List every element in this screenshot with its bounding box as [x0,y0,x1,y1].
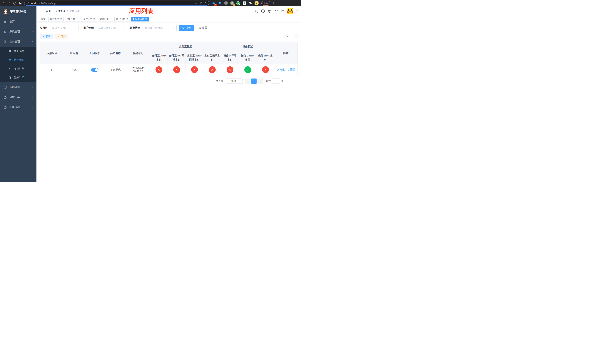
payment-submenu: 商户信息 应用信息 支付订单 退款订单 [0,47,36,82]
close-icon[interactable]: ✕ [126,18,128,20]
extension-command-icon[interactable]: ⌘ [224,1,228,5]
sidebar-item-label: 工作流程 [10,106,20,109]
cell-alipay-app-status: ✕ [150,64,168,75]
briefcase-icon [3,106,7,109]
sidebar-item-pay-order[interactable]: 支付订单 [0,64,36,73]
close-icon[interactable]: ✕ [110,18,111,20]
app-table: 应用编号 应用名 开启状态 商户名称 创建时间 支付宝配置 微信配置 操作 支付… [40,42,298,75]
merchant-name-input[interactable] [96,25,125,31]
status-icon: ✓ [244,66,251,73]
tab-user-group[interactable]: 用户分组✕ [65,17,80,21]
close-icon[interactable]: ✕ [77,18,78,20]
col-alipay-qr: 支付宝扫码支付 [203,51,221,64]
cell-enabled [85,64,105,75]
status-select[interactable]: 请选择开启状态 [142,25,177,31]
chevron-up-icon [32,41,34,43]
help-icon[interactable] [268,10,271,13]
status-label: 开启状态 [130,26,140,30]
url-text[interactable]: localhost:1024/pay/app [31,2,194,5]
app-name-input[interactable] [50,25,78,31]
sidebar-item-system[interactable]: 系统管理 [0,27,36,37]
tab-pay-order[interactable]: 支付订单✕ [81,17,97,21]
avatar-caret-icon[interactable] [296,11,298,12]
toggle-search-button[interactable] [284,33,290,39]
home-icon[interactable] [19,1,22,5]
reload-icon[interactable] [13,1,17,5]
close-icon[interactable]: ✕ [93,18,95,20]
sidebar-item-devtools[interactable]: 研发工具 [0,92,36,102]
status-icon: ✕ [191,66,198,73]
sidebar-item-refund-order[interactable]: 退款订单 [0,73,36,82]
close-icon[interactable]: ✕ [60,18,62,20]
sidebar-item-infra[interactable]: 基础设施 [0,82,36,92]
sidebar-item-workflow[interactable]: 工作流程 [0,102,36,112]
font-size-icon[interactable]: TT [281,10,284,13]
cell-created: 2021-10-23 08:49:25 [126,64,150,75]
close-icon[interactable]: ✕ [145,18,147,20]
prev-page-button[interactable] [245,78,250,84]
delete-link[interactable]: 删除 [287,68,295,71]
top-navbar: 首页 / 支付管理 / 应用信息 应用列表 TT [36,6,301,16]
share-icon[interactable] [200,2,203,5]
tab-refund-order[interactable]: 退款订单✕ [98,17,113,21]
header-search-icon[interactable] [255,10,258,13]
tab-process-form[interactable]: 流程表单✕ [48,17,64,21]
profile-avatar[interactable] [255,1,258,5]
page-number-button[interactable]: 1 [251,78,257,84]
table-row: 6 芋道 芋道源码 2021-10-23 08:49:25 ✕ ✕ ✕ ✕ ✕ … [40,64,298,75]
page-content: 应用名 商户名称 开启状态 请选择开启状态 搜索 重置 [36,22,301,86]
sidebar-item-app-info[interactable]: 应用信息 [0,55,36,64]
app-logo-row[interactable]: 芋道管理系统 [0,6,36,17]
page-size-select[interactable]: 10条/页 [226,78,243,84]
extension-y-icon[interactable]: y [236,1,240,5]
extension-recorder-icon[interactable]: 1 [230,1,234,5]
forward-icon[interactable] [7,1,11,5]
extensions-puzzle-icon[interactable] [248,1,252,5]
fullscreen-icon[interactable] [275,10,278,13]
refresh-table-button[interactable] [292,33,298,39]
group-wechat-config: 微信配置 [221,42,274,51]
url-bar[interactable]: localhost:1024/pay/app [24,1,209,6]
briefcase-icon [3,96,7,99]
extension-pinned-icon[interactable]: 10 [212,1,216,5]
goto-unit-label: 页 [281,79,284,83]
cell-actions: 修改 删除 [274,64,298,75]
merchant-name-label: 商户名称 [84,26,94,30]
back-icon[interactable] [2,1,6,5]
add-button[interactable]: 新增 [40,34,53,39]
chrome-update-button[interactable]: 更新 [261,1,270,6]
cell-wechat-app-status: ✕ [257,64,274,75]
user-avatar[interactable] [287,8,293,14]
bookmark-star-icon[interactable] [204,2,207,5]
col-alipay-pc: 支付宝 PC 网站支付 [168,51,186,64]
sidebar-item-merchant-info[interactable]: 商户信息 [0,47,36,55]
sidebar-toggle-icon[interactable] [39,9,43,13]
sidebar-item-payment[interactable]: ¥ 支付管理 [0,37,36,47]
extension-chat-icon[interactable] [242,1,246,5]
breadcrumb-home[interactable]: 首页 [46,10,51,13]
breadcrumb-payment[interactable]: 支付管理 [55,10,65,13]
password-key-icon[interactable] [195,2,198,5]
next-page-button[interactable] [258,78,263,84]
search-button[interactable]: 搜索 [179,25,194,31]
store-icon [8,50,11,53]
chevron-down-icon [172,27,174,29]
tab-home[interactable]: 首页 [39,17,47,21]
enabled-toggle[interactable] [91,68,98,72]
tab-merchant-info[interactable]: 商户信息✕ [114,17,130,21]
reset-button[interactable]: 重置 [196,25,210,31]
sidebar-item-home[interactable]: 首页 [0,17,36,27]
chevron-down-icon [32,86,34,88]
goto-page-input[interactable] [272,78,280,84]
github-icon[interactable] [261,10,265,13]
site-info-icon[interactable] [26,2,29,5]
extension-balloon-icon[interactable] [218,1,222,5]
col-wechat-jsapi: 微信 JSAPI 支付 [239,51,257,64]
chevron-down-icon [32,96,34,98]
tab-app-info[interactable]: 应用信息✕ [131,17,149,21]
refresh-icon [199,27,201,29]
chrome-menu-icon[interactable] [273,2,274,4]
export-button[interactable]: 导出 [55,34,68,39]
yen-circle-icon [8,67,11,71]
edit-link[interactable]: 修改 [277,68,285,71]
